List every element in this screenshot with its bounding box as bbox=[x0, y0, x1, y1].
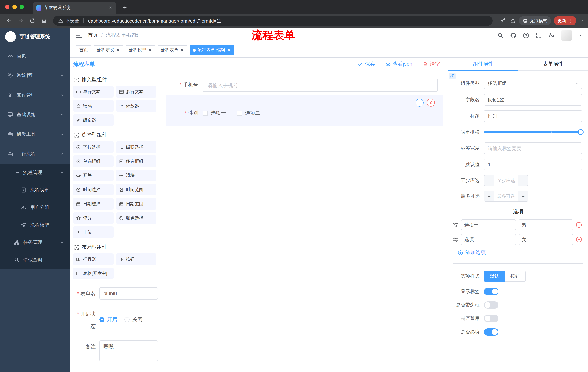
app-logo[interactable]: 芋道管理系统 bbox=[0, 28, 70, 46]
increase-button[interactable]: + bbox=[518, 191, 528, 201]
phone-input[interactable] bbox=[203, 79, 438, 92]
sidebar-item-infrastructure[interactable]: 基础设施 bbox=[0, 105, 70, 125]
tag-process-form[interactable]: 流程表单 bbox=[158, 45, 187, 55]
save-button[interactable]: 保存 bbox=[358, 61, 375, 67]
palette-item-table[interactable]: 表格[开发中] bbox=[73, 267, 114, 279]
disabled-switch[interactable] bbox=[484, 315, 498, 322]
palette-item-single-text[interactable]: 单行文本 bbox=[73, 86, 114, 97]
option-label-input[interactable] bbox=[461, 220, 516, 230]
decrease-button[interactable]: − bbox=[484, 191, 494, 201]
tab-form-props[interactable]: 表单属性 bbox=[518, 57, 588, 70]
palette-item-cascader[interactable]: 级联选择 bbox=[116, 141, 157, 153]
border-switch[interactable] bbox=[484, 301, 498, 309]
help-icon[interactable] bbox=[523, 32, 529, 38]
close-window-button[interactable] bbox=[5, 5, 10, 9]
form-grid-slider[interactable] bbox=[484, 127, 582, 138]
fullscreen-icon[interactable] bbox=[536, 32, 542, 38]
stepper-placeholder[interactable]: 最多可选 bbox=[494, 191, 518, 201]
required-switch[interactable] bbox=[484, 328, 498, 336]
tab-component-props[interactable]: 组件属性 bbox=[448, 57, 518, 70]
new-tab-button[interactable] bbox=[120, 3, 129, 12]
palette-item-slider[interactable]: 滑块 bbox=[116, 170, 157, 181]
show-label-switch[interactable] bbox=[484, 288, 498, 295]
style-default-button[interactable]: 默认 bbox=[484, 271, 505, 282]
sidebar-item-process-model[interactable]: 流程模型 bbox=[0, 216, 70, 234]
sidebar-item-user-group[interactable]: 用户分组 bbox=[0, 199, 70, 216]
back-button[interactable] bbox=[4, 15, 15, 26]
sidebar-item-workflow[interactable]: 工作流程 bbox=[0, 144, 70, 164]
palette-item-switch[interactable]: 开关 bbox=[73, 170, 114, 181]
palette-item-checkbox-group[interactable]: 多选框组 bbox=[116, 155, 157, 167]
menu-dots-icon[interactable] bbox=[568, 18, 573, 23]
palette-item-counter[interactable]: 计数器 bbox=[116, 100, 157, 112]
key-icon[interactable] bbox=[500, 18, 506, 24]
label-width-input[interactable] bbox=[484, 142, 582, 154]
form-name-input[interactable] bbox=[99, 287, 158, 299]
palette-item-row-container[interactable]: 行容器 bbox=[73, 253, 114, 265]
close-tab-icon[interactable] bbox=[108, 5, 113, 10]
avatar[interactable] bbox=[561, 30, 572, 41]
sidebar-item-process-manage[interactable]: 流程管理 bbox=[0, 164, 70, 181]
sidebar-item-task-manage[interactable]: 任务管理 bbox=[0, 234, 70, 251]
clear-button[interactable]: 清空 bbox=[422, 61, 440, 67]
sidebar-item-payment[interactable]: 支付管理 bbox=[0, 85, 70, 105]
increase-button[interactable]: + bbox=[518, 175, 528, 186]
radio-status-off[interactable]: 关闭 bbox=[125, 316, 142, 323]
palette-item-date-picker[interactable]: 日期选择 bbox=[73, 198, 114, 210]
drag-handle-icon[interactable] bbox=[453, 237, 459, 242]
chevron-down-icon[interactable] bbox=[578, 33, 583, 37]
palette-item-time-picker[interactable]: 时间选择 bbox=[73, 184, 114, 195]
breadcrumb-home[interactable]: 首页 bbox=[88, 32, 98, 39]
close-tag-icon[interactable] bbox=[227, 48, 231, 52]
add-option-button[interactable]: 添加选项 bbox=[458, 249, 582, 256]
minimize-window-button[interactable] bbox=[12, 5, 17, 9]
hamburger-icon[interactable] bbox=[75, 32, 83, 39]
delete-widget-button[interactable] bbox=[427, 99, 435, 107]
update-button[interactable]: 更新 bbox=[554, 16, 576, 25]
reload-button[interactable] bbox=[27, 15, 38, 26]
font-size-icon[interactable] bbox=[548, 32, 555, 38]
option-value-input[interactable] bbox=[518, 220, 573, 230]
checkbox-box[interactable] bbox=[203, 111, 208, 116]
title-input[interactable] bbox=[484, 110, 582, 122]
url-bar[interactable]: 不安全 dashboard.yudao.iocoder.cn/bpm/manag… bbox=[53, 16, 493, 26]
remove-option-button[interactable] bbox=[576, 236, 582, 243]
palette-item-rate[interactable]: 评分 bbox=[73, 212, 114, 224]
sidebar-item-system[interactable]: 系统管理 bbox=[0, 65, 70, 85]
palette-item-password[interactable]: 密码 bbox=[73, 100, 114, 112]
search-icon[interactable] bbox=[497, 32, 504, 38]
canvas-field-phone[interactable]: 手机号 bbox=[166, 79, 443, 92]
sidebar-item-leave-query[interactable]: 请假查询 bbox=[0, 251, 70, 269]
palette-item-radio-group[interactable]: 单选框组 bbox=[73, 155, 114, 167]
tag-home[interactable]: 首页 bbox=[76, 45, 91, 55]
stepper-placeholder[interactable]: 至少应选 bbox=[494, 175, 518, 186]
view-json-button[interactable]: 查看json bbox=[386, 61, 412, 67]
zoom-window-button[interactable] bbox=[20, 5, 24, 9]
sidebar-item-process-form[interactable]: 流程表单 bbox=[0, 181, 70, 199]
remove-option-button[interactable] bbox=[576, 222, 582, 228]
palette-item-color-picker[interactable]: 颜色选择 bbox=[116, 212, 157, 224]
tag-process-form-edit[interactable]: 流程表单-编辑 bbox=[189, 45, 234, 55]
option-value-input[interactable] bbox=[518, 234, 573, 245]
forward-button[interactable] bbox=[15, 15, 26, 26]
style-button-button[interactable]: 按钮 bbox=[505, 271, 526, 282]
slider-handle[interactable] bbox=[578, 129, 584, 135]
browser-tab[interactable]: 芋道管理系统 bbox=[33, 2, 116, 14]
palette-item-date-range[interactable]: 日期范围 bbox=[116, 198, 157, 210]
link-icon[interactable] bbox=[449, 73, 456, 79]
checkbox-box[interactable] bbox=[237, 111, 242, 116]
slider-track[interactable] bbox=[484, 131, 581, 133]
palette-item-button[interactable]: 按钮 bbox=[116, 253, 157, 265]
component-type-select[interactable] bbox=[484, 77, 582, 89]
option-label-input[interactable] bbox=[461, 234, 516, 245]
close-tag-icon[interactable] bbox=[116, 48, 120, 52]
form-remark-textarea[interactable]: 嘿嘿 bbox=[99, 340, 158, 361]
close-tag-icon[interactable] bbox=[148, 48, 152, 52]
bookmark-star-icon[interactable] bbox=[510, 18, 516, 24]
default-value-input[interactable] bbox=[484, 159, 582, 170]
palette-item-time-range[interactable]: 时间范围 bbox=[116, 184, 157, 195]
copy-widget-button[interactable] bbox=[416, 99, 423, 107]
chevron-down-icon[interactable] bbox=[579, 18, 584, 23]
home-button[interactable] bbox=[39, 15, 50, 26]
palette-item-select[interactable]: 下拉选择 bbox=[73, 141, 114, 153]
